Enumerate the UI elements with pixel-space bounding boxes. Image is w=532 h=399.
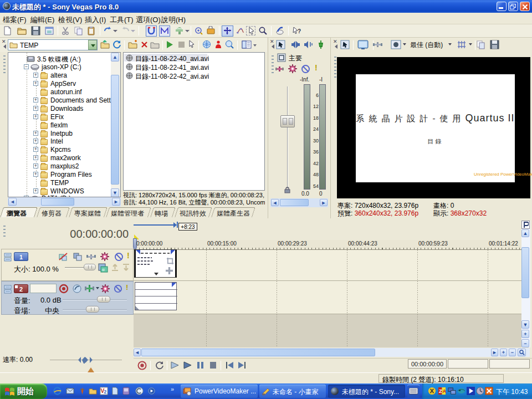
svg-text:2: 2 bbox=[104, 389, 107, 395]
svg-text:α: α bbox=[102, 267, 105, 272]
svg-text:?: ? bbox=[298, 28, 301, 34]
svg-text:Z: Z bbox=[439, 388, 442, 394]
svg-text:A: A bbox=[442, 388, 446, 394]
